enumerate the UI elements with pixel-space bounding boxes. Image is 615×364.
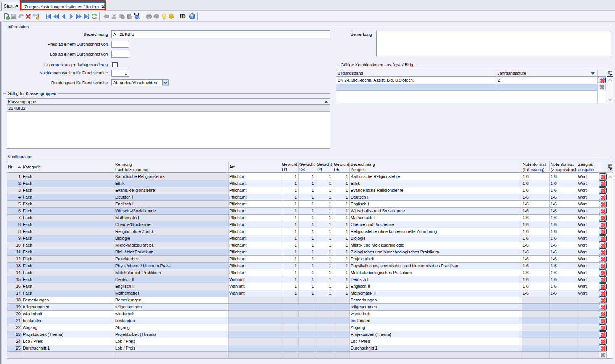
svg-text:?: ? bbox=[191, 14, 193, 19]
